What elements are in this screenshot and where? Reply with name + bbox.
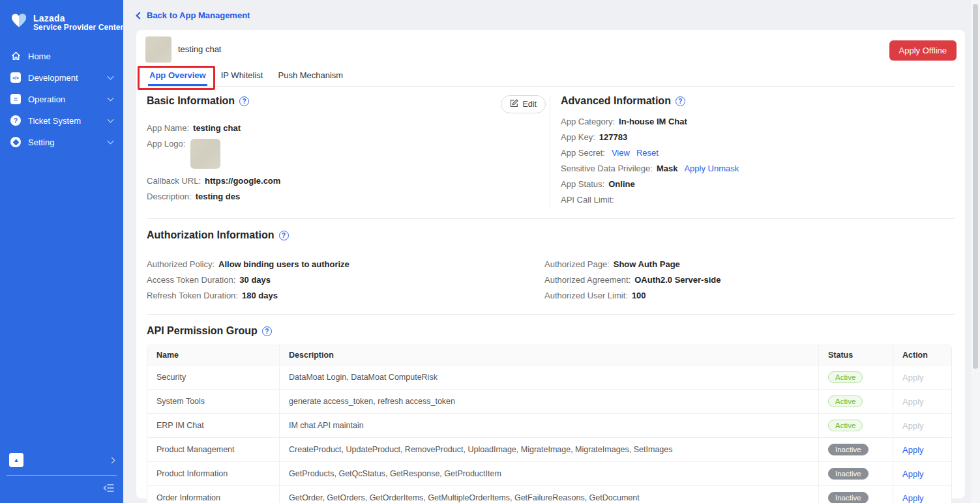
cell-name: Order Information: [147, 486, 280, 503]
cell-name: Product Information: [147, 462, 280, 485]
field-label: API Call Limit:: [561, 194, 614, 206]
field-label: App Name:: [147, 122, 189, 134]
field-label: App Category:: [561, 115, 615, 128]
scrollbar-thumb[interactable]: [973, 4, 978, 369]
collapse-sidebar-icon[interactable]: [103, 483, 114, 495]
cell-action: Apply: [893, 366, 951, 389]
cell-name: Product Management: [147, 438, 280, 461]
field-value: Mask: [657, 162, 678, 175]
chevron-right-icon[interactable]: [109, 457, 115, 463]
sidebar-item-development[interactable]: Development: [0, 67, 123, 89]
reset-link[interactable]: Reset: [636, 147, 659, 159]
alert-icon[interactable]: [9, 453, 23, 467]
cell-status: Active: [819, 414, 893, 437]
tab-push-mechanism[interactable]: Push Mechanism: [276, 67, 344, 86]
sidebar-bottom: [0, 445, 123, 503]
table-row: Product ManagementCreateProduct, UpdateP…: [147, 437, 951, 461]
development-icon: [10, 72, 21, 83]
apply-action[interactable]: Apply: [902, 469, 924, 479]
field-label: Callback URL:: [147, 175, 201, 187]
sidebar-bottom-row: [0, 445, 123, 475]
authorization-left-fields: Authorized Policy:Allow binding users to…: [147, 258, 544, 305]
apply-offline-button[interactable]: Apply Offline: [889, 40, 957, 61]
info-field: Refresh Token Duration:180 days: [147, 289, 544, 302]
info-field: App Category:In-house IM Chat: [561, 115, 955, 128]
edit-button[interactable]: Edit: [501, 95, 546, 113]
card-content: Basic Information: [136, 87, 965, 503]
field-label: Description:: [147, 190, 192, 203]
basic-information-section: Basic Information: [147, 95, 550, 209]
field-value: In-house IM Chat: [619, 115, 687, 128]
basic-information-title: Basic Information: [147, 95, 249, 107]
app-window: Lazada Service Provider Center HomeDevel…: [0, 0, 980, 503]
authorization-right-fields: Authorized Page:Show Auth PageAuthorized…: [544, 258, 955, 305]
apply-action[interactable]: Apply: [902, 493, 924, 503]
status-badge: Active: [828, 420, 863, 431]
cell-action: Apply: [893, 438, 951, 461]
info-field: Authorized User Limit:100: [544, 289, 955, 302]
chevron-down-icon: [108, 117, 114, 123]
field-value: testing des: [196, 190, 241, 203]
cell-action: Apply: [893, 486, 951, 503]
cell-description: CreateProduct, UpdateProduct, RemoveProd…: [280, 438, 819, 461]
field-value: 100: [632, 289, 646, 302]
help-icon[interactable]: [279, 231, 289, 240]
cell-description: GetProducts, GetQcStatus, GetResponse, G…: [280, 462, 819, 485]
apply-unmask-link[interactable]: Apply Unmask: [684, 162, 739, 175]
field-value: Online: [608, 178, 634, 190]
info-field: API Call Limit:: [561, 194, 955, 206]
field-value: Show Auth Page: [614, 258, 680, 270]
field-value: Allow binding users to authorize: [218, 258, 349, 270]
field-label: Authorized User Limit:: [544, 289, 628, 302]
info-field: Callback URL:https://google.com: [147, 175, 550, 187]
sidebar-item-ticket-system[interactable]: Ticket System: [0, 110, 123, 132]
help-icon[interactable]: [676, 96, 685, 106]
authorization-information-title: Authorization Information: [147, 229, 955, 241]
basic-info-fields: App Name:testing chatApp Logo:Callback U…: [147, 122, 550, 203]
edit-button-label: Edit: [522, 100, 537, 109]
info-columns: Basic Information: [147, 87, 955, 209]
section-title-text: Advanced Information: [561, 95, 671, 107]
field-value: 127783: [599, 131, 627, 143]
sidebar-item-operation[interactable]: Operation: [0, 89, 123, 110]
info-field: Authorized Policy:Allow binding users to…: [147, 258, 544, 270]
card-header: testing chat Apply Offline: [136, 30, 965, 67]
info-field: App Status:Online: [561, 178, 955, 190]
sidebar-item-home[interactable]: Home: [0, 46, 123, 67]
app-logo-image: [190, 139, 220, 169]
field-label: Access Token Duration:: [147, 274, 235, 286]
table-row: System Toolsgenerate access_token, refre…: [147, 389, 951, 413]
tab-app-overview[interactable]: App Overview: [148, 67, 207, 86]
brand-subtitle: Service Provider Center: [33, 23, 123, 33]
status-badge: Inactive: [828, 468, 869, 480]
cell-description: IM chat API maintain: [280, 414, 819, 437]
table-header-row: NameDescriptionStatusAction: [147, 345, 951, 365]
scrollbar: [971, 0, 980, 503]
sidebar-item-setting[interactable]: Setting: [0, 132, 123, 153]
field-label: Authorized Page:: [544, 258, 610, 270]
status-badge: Active: [828, 395, 863, 407]
apply-action: Apply: [902, 373, 924, 382]
cell-status: Inactive: [819, 462, 893, 485]
apply-action[interactable]: Apply: [902, 445, 924, 455]
brand-text: Lazada Service Provider Center: [33, 13, 123, 33]
brand: Lazada Service Provider Center: [0, 0, 123, 33]
cell-description: GetOrder, GetOrders, GetOrderItems, GetM…: [280, 486, 819, 503]
operation-icon: [10, 94, 21, 104]
section-title-text: Basic Information: [147, 95, 235, 107]
back-link[interactable]: Back to App Management: [137, 10, 250, 20]
cell-status: Inactive: [819, 486, 893, 503]
table-row: Product InformationGetProducts, GetQcSta…: [147, 461, 951, 485]
help-icon[interactable]: [262, 326, 272, 336]
cell-name: Security: [147, 366, 280, 389]
info-field: App Secret:ViewReset: [561, 147, 955, 159]
sidebar-item-label: Setting: [28, 137, 54, 147]
advanced-info-fields: App Category:In-house IM ChatApp Key:127…: [561, 115, 955, 206]
tab-ip-whitelist[interactable]: IP Whitelist: [220, 67, 265, 86]
view-link[interactable]: View: [612, 147, 630, 159]
help-icon[interactable]: [239, 96, 249, 106]
status-badge: Active: [828, 371, 863, 383]
section-title-text: API Permission Group: [147, 325, 258, 337]
field-value: https://google.com: [205, 175, 280, 187]
info-field: Sensitive Data Privilege:MaskApply Unmas…: [561, 162, 955, 175]
